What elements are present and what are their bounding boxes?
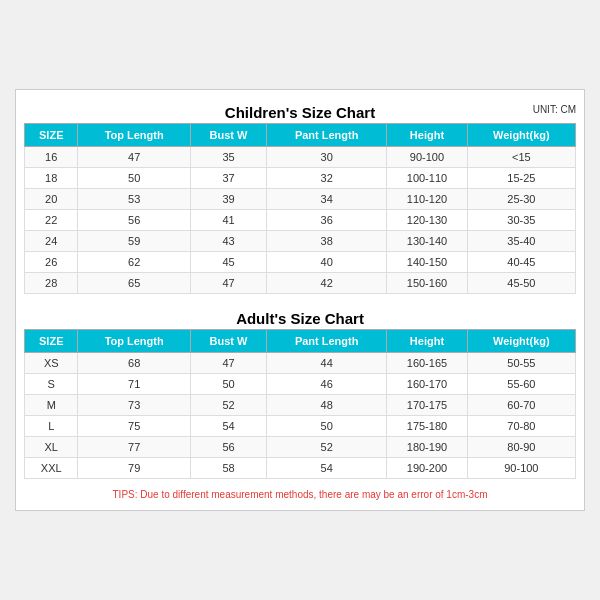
table-cell: 39 xyxy=(190,189,266,210)
table-cell: 75 xyxy=(78,416,190,437)
table-cell: 68 xyxy=(78,353,190,374)
adult-size-table: SIZE Top Length Bust W Pant Length Heigh… xyxy=(24,329,576,479)
table-row: 24594338130-14035-40 xyxy=(25,231,576,252)
table-cell: XL xyxy=(25,437,78,458)
table-cell: 25-30 xyxy=(467,189,575,210)
table-cell: 16 xyxy=(25,147,78,168)
children-header-row: SIZE Top Length Bust W Pant Length Heigh… xyxy=(25,124,576,147)
unit-label: UNIT: CM xyxy=(533,104,576,115)
table-cell: 30-35 xyxy=(467,210,575,231)
col-top-length: Top Length xyxy=(78,330,190,353)
table-cell: 160-165 xyxy=(387,353,468,374)
tips-text: TIPS: Due to different measurement metho… xyxy=(24,483,576,502)
table-cell: 71 xyxy=(78,374,190,395)
table-cell: 42 xyxy=(267,273,387,294)
table-cell: XS xyxy=(25,353,78,374)
table-cell: 34 xyxy=(267,189,387,210)
table-cell: 30 xyxy=(267,147,387,168)
table-cell: 24 xyxy=(25,231,78,252)
table-cell: 56 xyxy=(78,210,190,231)
table-cell: S xyxy=(25,374,78,395)
col-weight: Weight(kg) xyxy=(467,330,575,353)
table-cell: 77 xyxy=(78,437,190,458)
table-row: XXL795854190-20090-100 xyxy=(25,458,576,479)
table-cell: 54 xyxy=(267,458,387,479)
table-cell: 73 xyxy=(78,395,190,416)
table-cell: 28 xyxy=(25,273,78,294)
adult-header-row: SIZE Top Length Bust W Pant Length Heigh… xyxy=(25,330,576,353)
table-cell: 36 xyxy=(267,210,387,231)
table-cell: 110-120 xyxy=(387,189,468,210)
table-cell: 22 xyxy=(25,210,78,231)
children-section-title: Children's Size Chart UNIT: CM xyxy=(24,98,576,123)
table-cell: 26 xyxy=(25,252,78,273)
table-row: M735248170-17560-70 xyxy=(25,395,576,416)
table-cell: 79 xyxy=(78,458,190,479)
table-cell: 56 xyxy=(190,437,266,458)
table-cell: 48 xyxy=(267,395,387,416)
children-size-table: SIZE Top Length Bust W Pant Length Heigh… xyxy=(24,123,576,294)
table-cell: 40 xyxy=(267,252,387,273)
col-top-length: Top Length xyxy=(78,124,190,147)
table-cell: 70-80 xyxy=(467,416,575,437)
table-cell: 59 xyxy=(78,231,190,252)
table-cell: 140-150 xyxy=(387,252,468,273)
table-cell: 38 xyxy=(267,231,387,252)
table-cell: 20 xyxy=(25,189,78,210)
table-cell: 47 xyxy=(190,273,266,294)
table-cell: 52 xyxy=(267,437,387,458)
table-cell: 44 xyxy=(267,353,387,374)
table-cell: 150-160 xyxy=(387,273,468,294)
col-bust-w: Bust W xyxy=(190,330,266,353)
table-row: 1647353090-100<15 xyxy=(25,147,576,168)
table-cell: 15-25 xyxy=(467,168,575,189)
col-size: SIZE xyxy=(25,124,78,147)
table-cell: 32 xyxy=(267,168,387,189)
table-row: XL775652180-19080-90 xyxy=(25,437,576,458)
table-cell: 41 xyxy=(190,210,266,231)
col-height: Height xyxy=(387,124,468,147)
table-cell: 18 xyxy=(25,168,78,189)
col-size: SIZE xyxy=(25,330,78,353)
table-cell: 62 xyxy=(78,252,190,273)
table-row: 18503732100-11015-25 xyxy=(25,168,576,189)
col-height: Height xyxy=(387,330,468,353)
col-weight: Weight(kg) xyxy=(467,124,575,147)
table-cell: 45 xyxy=(190,252,266,273)
table-cell: M xyxy=(25,395,78,416)
table-cell: 160-170 xyxy=(387,374,468,395)
table-cell: 170-175 xyxy=(387,395,468,416)
table-cell: 120-130 xyxy=(387,210,468,231)
table-cell: 80-90 xyxy=(467,437,575,458)
table-cell: 47 xyxy=(78,147,190,168)
table-cell: 37 xyxy=(190,168,266,189)
col-bust-w: Bust W xyxy=(190,124,266,147)
table-cell: 100-110 xyxy=(387,168,468,189)
table-row: 26624540140-15040-45 xyxy=(25,252,576,273)
adult-title-text: Adult's Size Chart xyxy=(236,310,364,327)
table-row: XS684744160-16550-55 xyxy=(25,353,576,374)
table-cell: 190-200 xyxy=(387,458,468,479)
table-cell: 35 xyxy=(190,147,266,168)
table-cell: 50-55 xyxy=(467,353,575,374)
table-cell: L xyxy=(25,416,78,437)
table-cell: <15 xyxy=(467,147,575,168)
table-row: 22564136120-13030-35 xyxy=(25,210,576,231)
chart-container: Children's Size Chart UNIT: CM SIZE Top … xyxy=(15,89,585,511)
table-cell: 55-60 xyxy=(467,374,575,395)
col-pant-length: Pant Length xyxy=(267,124,387,147)
table-cell: 52 xyxy=(190,395,266,416)
table-row: 20533934110-12025-30 xyxy=(25,189,576,210)
table-cell: 90-100 xyxy=(387,147,468,168)
table-cell: 50 xyxy=(190,374,266,395)
table-row: L755450175-18070-80 xyxy=(25,416,576,437)
table-cell: 58 xyxy=(190,458,266,479)
table-cell: 40-45 xyxy=(467,252,575,273)
table-cell: 43 xyxy=(190,231,266,252)
table-cell: 130-140 xyxy=(387,231,468,252)
table-cell: 50 xyxy=(267,416,387,437)
table-cell: 180-190 xyxy=(387,437,468,458)
table-cell: 53 xyxy=(78,189,190,210)
children-title-text: Children's Size Chart xyxy=(225,104,375,121)
table-cell: 50 xyxy=(78,168,190,189)
